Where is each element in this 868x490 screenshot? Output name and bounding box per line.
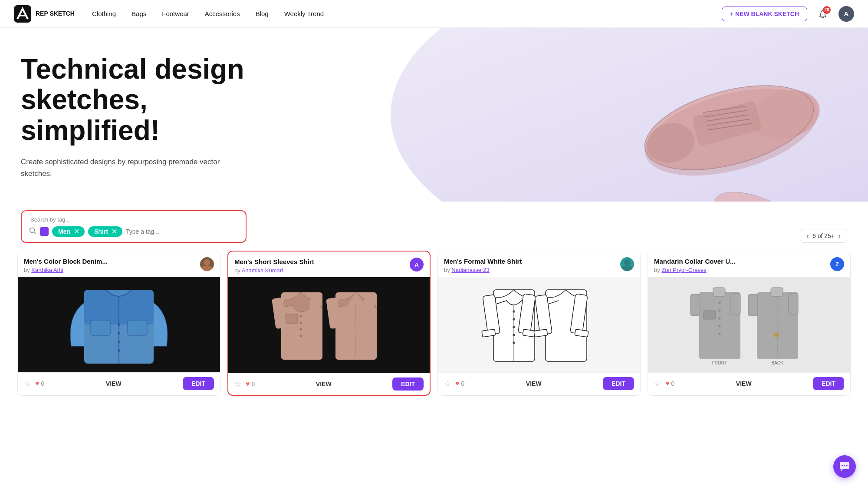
- search-label: Search by tag...: [29, 216, 239, 223]
- svg-rect-26: [128, 320, 147, 335]
- svg-point-66: [719, 325, 721, 327]
- card-3-likes: ♥ 0: [455, 380, 464, 387]
- svg-point-32: [300, 315, 302, 317]
- svg-rect-69: [690, 294, 700, 316]
- card-3-avatar: [620, 257, 634, 271]
- search-box: Search by tag... Men ✕ Shirt ✕: [21, 210, 247, 243]
- card-4-sketch: FRONT BACK: [688, 281, 810, 368]
- card-1-avatar: [200, 257, 214, 271]
- card-3-like-count: 0: [461, 380, 465, 387]
- tag-shirt-remove[interactable]: ✕: [111, 228, 118, 235]
- card-1-header: Men's Color Block Denim... by Karthika A…: [18, 251, 220, 277]
- card-4-edit-button[interactable]: EDIT: [813, 377, 844, 390]
- card-3-image: [438, 277, 640, 372]
- card-2-sketch: [268, 281, 390, 368]
- card-2-image: [228, 277, 430, 373]
- nav-accessories[interactable]: Accessories: [205, 10, 240, 17]
- svg-point-51: [513, 341, 515, 344]
- card-4-actions-left: ☆ ♥ 0: [654, 379, 674, 388]
- card-3-edit-button[interactable]: EDIT: [603, 377, 634, 390]
- card-3-footer: ☆ ♥ 0 VIEW EDIT: [438, 372, 640, 394]
- notification-badge: 20: [823, 6, 831, 14]
- svg-rect-68: [704, 311, 716, 319]
- page-indicator: 6 of 25+: [812, 232, 835, 239]
- card-4-title-block: Mandarin Collar Cover U... by Zuri Pryor…: [654, 257, 830, 273]
- card-2-view-button[interactable]: VIEW: [316, 381, 332, 387]
- svg-rect-74: [748, 294, 758, 316]
- svg-rect-76: [774, 333, 779, 337]
- svg-point-29: [118, 341, 120, 343]
- card-4-view-button[interactable]: VIEW: [736, 380, 752, 387]
- card-1-title-block: Men's Color Block Denim... by Karthika A…: [24, 257, 200, 273]
- navbar-right: + NEW BLANK SKETCH 20 A: [722, 5, 854, 23]
- tag-men: Men ✕: [52, 226, 85, 237]
- prev-page-button[interactable]: ‹: [806, 232, 809, 240]
- card-1-author: by Karthika Athi: [24, 267, 200, 273]
- card-1-star[interactable]: ☆: [24, 379, 31, 388]
- card-2-likes: ♥ 0: [246, 380, 255, 388]
- card-1-edit-button[interactable]: EDIT: [183, 377, 214, 390]
- notification-button[interactable]: 20: [814, 5, 832, 23]
- svg-rect-70: [731, 293, 740, 315]
- svg-point-20: [204, 259, 210, 265]
- brand-name: REP SKETCH: [36, 10, 75, 17]
- hero-content: Technical design sketches, simplified! C…: [0, 28, 295, 197]
- card-3-title: Men's Formal White Shirt: [444, 257, 620, 266]
- color-swatch: [40, 227, 49, 236]
- svg-point-21: [202, 265, 212, 271]
- card-3-author: by Nadianasser23: [444, 267, 620, 273]
- svg-point-34: [300, 328, 302, 330]
- card-4-likes: ♥ 0: [665, 380, 674, 387]
- heart-icon-4: ♥: [665, 380, 670, 387]
- svg-point-50: [513, 334, 515, 336]
- heart-icon-2: ♥: [246, 380, 250, 388]
- card-4-star[interactable]: ☆: [654, 379, 661, 388]
- nav-clothing[interactable]: Clothing: [92, 10, 116, 17]
- nav-blog[interactable]: Blog: [256, 10, 269, 17]
- tag-shirt: Shirt ✕: [88, 226, 122, 237]
- new-sketch-button[interactable]: + NEW BLANK SKETCH: [722, 7, 807, 21]
- user-avatar[interactable]: A: [838, 6, 854, 22]
- nav-bags[interactable]: Bags: [132, 10, 146, 17]
- card-4-image: FRONT BACK: [648, 277, 850, 372]
- card-4-author: by Zuri Pryor-Graves: [654, 267, 830, 273]
- card-1-view-button[interactable]: VIEW: [106, 380, 122, 387]
- card-2-author: by Anamika Kumari: [234, 267, 410, 274]
- card-3: Men's Formal White Shirt by Nadianasser2…: [437, 251, 641, 396]
- card-2-header: Men's Short Sleeves Shirt by Anamika Kum…: [228, 252, 430, 277]
- nav-weekly-trend[interactable]: Weekly Trend: [284, 10, 324, 17]
- card-2-edit-button[interactable]: EDIT: [392, 377, 424, 391]
- card-4-header: Mandarin Collar Cover U... by Zuri Pryor…: [648, 251, 850, 277]
- nav-footwear[interactable]: Footwear: [162, 10, 189, 17]
- tag-input[interactable]: [126, 228, 202, 235]
- tag-men-remove[interactable]: ✕: [73, 228, 80, 235]
- svg-rect-75: [789, 293, 798, 315]
- search-row: Men ✕ Shirt ✕: [29, 226, 239, 237]
- card-3-author-link[interactable]: Nadianasser23: [451, 267, 489, 273]
- card-3-sketch: [478, 281, 600, 368]
- card-3-title-block: Men's Formal White Shirt by Nadianasser2…: [444, 257, 620, 273]
- svg-text:FRONT: FRONT: [712, 361, 727, 365]
- card-1-likes: ♥ 0: [35, 380, 44, 387]
- hero-illustration: [599, 41, 851, 202]
- card-2-actions-left: ☆ ♥ 0: [234, 379, 255, 389]
- card-3-star[interactable]: ☆: [444, 379, 451, 388]
- svg-point-35: [300, 334, 302, 337]
- card-2-avatar: A: [410, 258, 424, 271]
- navbar: REP SKETCH Clothing Bags Footwear Access…: [0, 0, 868, 28]
- svg-point-28: [118, 332, 120, 334]
- next-page-button[interactable]: ›: [838, 232, 841, 240]
- card-2-like-count: 0: [252, 381, 255, 387]
- svg-point-64: [719, 309, 721, 311]
- hero-subtitle: Create sophisticated designs by repurpos…: [21, 156, 229, 179]
- card-2-author-link[interactable]: Anamika Kumari: [242, 267, 283, 274]
- card-1-author-link[interactable]: Karthika Athi: [31, 267, 63, 273]
- card-4: Mandarin Collar Cover U... by Zuri Pryor…: [648, 251, 851, 396]
- search-icon: [29, 227, 36, 237]
- heart-icon: ♥: [35, 380, 39, 387]
- card-3-view-button[interactable]: VIEW: [526, 380, 542, 387]
- card-2-star[interactable]: ☆: [234, 379, 241, 389]
- card-4-footer: ☆ ♥ 0 VIEW EDIT: [648, 372, 850, 394]
- card-4-author-link[interactable]: Zuri Pryor-Graves: [661, 267, 706, 273]
- logo[interactable]: REP SKETCH: [14, 5, 75, 23]
